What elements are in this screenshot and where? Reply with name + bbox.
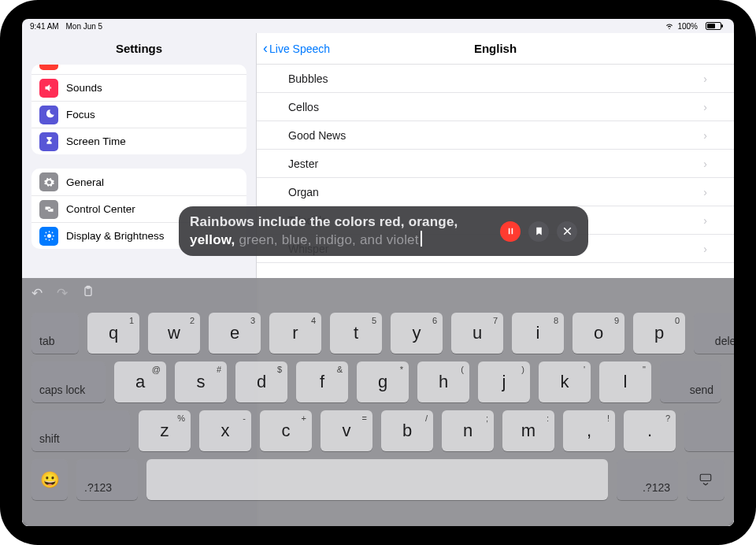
key-caps-lock[interactable]: caps lock — [32, 361, 106, 402]
sidebar-title: Settings — [22, 33, 256, 65]
voice-name: Jester — [288, 158, 318, 170]
key-label: u — [472, 323, 482, 343]
key-a[interactable]: @a — [114, 361, 166, 402]
sidebar-group-1: NotificationsSoundsFocusScreen Time — [32, 65, 246, 154]
voice-name: Good News — [288, 129, 346, 142]
back-button[interactable]: ‹ Live Speech — [263, 40, 330, 57]
sidebar-item-sounds[interactable]: Sounds — [32, 74, 246, 101]
voice-name: Cellos — [288, 101, 319, 113]
key-o[interactable]: 9o — [573, 313, 624, 354]
key-i[interactable]: 8i — [512, 313, 564, 354]
chevron-right-icon: › — [703, 129, 707, 142]
close-icon — [562, 226, 573, 236]
key-label: x — [221, 421, 230, 441]
sidebar-item-screen-time[interactable]: Screen Time — [32, 128, 246, 154]
pending-text: green, blue, indigo, and violet — [235, 232, 418, 247]
key-delete[interactable]: delete — [694, 313, 734, 354]
hourglass-icon — [39, 132, 58, 151]
battery-percent: 100% — [677, 22, 698, 31]
key-label: m — [521, 421, 536, 441]
key-label: h — [439, 372, 448, 392]
chevron-right-icon: › — [703, 72, 707, 85]
key-label: , — [587, 421, 591, 441]
sidebar-item-label: Control Center — [66, 203, 135, 215]
key-u[interactable]: 7u — [451, 313, 503, 354]
clipboard-button[interactable] — [82, 284, 94, 302]
voice-row-cellos[interactable]: Cellos› — [257, 93, 734, 121]
key-d[interactable]: $d — [235, 361, 287, 402]
moon-icon — [39, 106, 58, 124]
key-send[interactable]: send — [660, 361, 721, 402]
key-numbers-right[interactable]: .?123 — [617, 459, 678, 500]
key-tab[interactable]: tab — [32, 313, 79, 354]
key-hide-keyboard[interactable] — [687, 459, 724, 500]
key-z[interactable]: %z — [139, 410, 191, 451]
pause-icon — [506, 226, 516, 236]
status-date: Mon Jun 5 — [65, 22, 102, 31]
key-label: b — [402, 421, 412, 441]
redo-button[interactable]: ↷ — [57, 285, 68, 302]
key-y[interactable]: 6y — [391, 313, 443, 354]
key-space[interactable] — [146, 459, 608, 500]
key-label: t — [354, 323, 358, 343]
sidebar-item-focus[interactable]: Focus — [32, 101, 246, 128]
key-j[interactable]: )j — [478, 361, 530, 402]
key-e[interactable]: 3e — [209, 313, 261, 354]
close-button[interactable] — [557, 221, 577, 242]
status-right: 100% — [665, 22, 726, 31]
voice-row-jester[interactable]: Jester› — [257, 150, 734, 178]
pause-button[interactable] — [500, 221, 521, 242]
key-label: delete — [715, 335, 734, 347]
sidebar-item-label: Notifications — [66, 65, 124, 67]
key-label: .?123 — [643, 481, 670, 494]
key-r[interactable]: 4r — [269, 313, 321, 354]
key-shift-right[interactable]: shift — [684, 410, 734, 451]
bell-icon — [39, 65, 58, 70]
key-n[interactable]: ;n — [442, 410, 494, 451]
key-.[interactable]: ?. — [624, 410, 676, 451]
current-word: yellow, — [190, 232, 235, 247]
on-screen-keyboard[interactable]: ↶ ↷ tab1q2w3e4r5t6y7u8i9o0pdelete caps l… — [22, 278, 734, 526]
key-s[interactable]: #s — [175, 361, 227, 402]
bookmark-button[interactable] — [528, 221, 549, 242]
key-h[interactable]: (h — [417, 361, 469, 402]
voice-row-bubbles[interactable]: Bubbles› — [257, 65, 734, 93]
key-x[interactable]: -x — [199, 410, 251, 451]
sidebar-item-general[interactable]: General — [32, 169, 246, 195]
key-label: r — [292, 323, 298, 343]
key-label: shift — [39, 432, 60, 445]
key-label: p — [654, 323, 664, 343]
key-v[interactable]: =v — [321, 410, 372, 451]
voice-row-organ[interactable]: Organ› — [257, 178, 734, 206]
key-label: s — [197, 372, 206, 392]
live-speech-overlay[interactable]: Rainbows include the colors red, orange,… — [179, 206, 588, 256]
main-nav: ‹ Live Speech English — [257, 33, 734, 65]
key-numbers-left[interactable]: .?123 — [76, 459, 138, 500]
key-,[interactable]: !, — [563, 410, 615, 451]
key-m[interactable]: :m — [502, 410, 554, 451]
key-t[interactable]: 5t — [330, 313, 382, 354]
key-emoji[interactable]: 😀 — [32, 459, 68, 500]
live-speech-text[interactable]: Rainbows include the colors red, orange,… — [190, 213, 492, 249]
key-q[interactable]: 1q — [87, 313, 139, 354]
key-w[interactable]: 2w — [148, 313, 200, 354]
key-g[interactable]: *g — [357, 361, 409, 402]
key-f[interactable]: &f — [296, 361, 348, 402]
key-l[interactable]: "l — [599, 361, 651, 402]
key-k[interactable]: 'k — [539, 361, 591, 402]
key-label: z — [161, 421, 169, 441]
key-c[interactable]: +c — [260, 410, 312, 451]
key-label: g — [378, 372, 387, 392]
key-b[interactable]: /b — [381, 410, 433, 451]
chevron-right-icon: › — [703, 214, 707, 227]
chevron-left-icon: ‹ — [263, 40, 268, 57]
sidebar-item-notifications[interactable]: Notifications — [32, 65, 246, 74]
voice-row-good-news[interactable]: Good News› — [257, 121, 734, 150]
key-label: w — [168, 323, 180, 343]
undo-button[interactable]: ↶ — [32, 285, 43, 302]
key-label: v — [343, 421, 351, 441]
key-p[interactable]: 0p — [633, 313, 685, 354]
key-label: f — [320, 372, 324, 392]
wifi-icon — [665, 22, 674, 30]
key-shift-left[interactable]: shift — [32, 410, 130, 451]
